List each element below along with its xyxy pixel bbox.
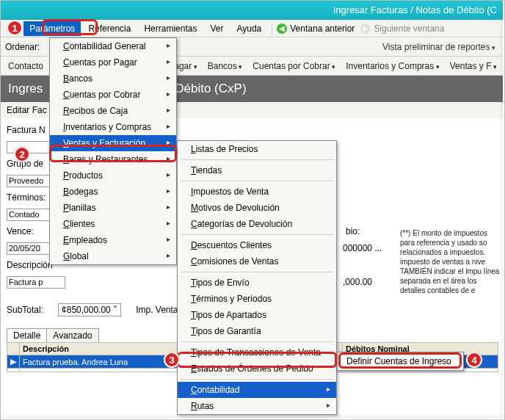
- terminos-label: Términos:: [7, 192, 51, 203]
- callout-1-badge: 1: [7, 20, 23, 36]
- descripcion-input[interactable]: [7, 276, 65, 289]
- submenu-divider: [181, 272, 333, 272]
- num-value: 000000 ...: [343, 243, 382, 253]
- submenu-divider: [181, 341, 333, 342]
- param-menu-item-0[interactable]: Contabilidad General: [50, 38, 176, 54]
- grid-header-selector: [7, 343, 20, 355]
- contacto-label: Contacto: [5, 59, 46, 73]
- param-menu-item-1[interactable]: Cuentas por Pagar: [50, 54, 176, 70]
- row-marker: ▶: [7, 355, 20, 369]
- ventas-submenu-item-7[interactable]: Tipos de Envío: [178, 275, 336, 291]
- parametros-menu: Contabilidad GeneralCuentas por PagarBan…: [49, 37, 177, 265]
- param-menu-item-7[interactable]: Bares y Restaurantes: [50, 151, 176, 167]
- page-header-right: Débito (CxP): [175, 82, 246, 96]
- param-menu-item-6[interactable]: Ventas y Facturación: [50, 135, 176, 151]
- bio-label: bio:: [346, 226, 360, 236]
- ventas-submenu-item-1[interactable]: Tiendas: [178, 162, 336, 178]
- descripcion-label: Descripción: [7, 260, 51, 270]
- app-window: Ingresar Facturas / Notas de Débito (C a…: [0, 0, 505, 420]
- menu-item-ver[interactable]: Ver: [204, 21, 229, 36]
- tab-detalle[interactable]: Detalle: [7, 328, 47, 342]
- title-bar: Ingresar Facturas / Notas de Débito (C: [1, 1, 504, 20]
- ventas-submenu-item-2[interactable]: Impuestos de Venta: [178, 184, 336, 200]
- param-menu-item-13[interactable]: Global: [50, 248, 176, 264]
- param-menu-item-10[interactable]: Planillas: [50, 200, 176, 216]
- param-menu-item-11[interactable]: Clientes: [50, 216, 176, 232]
- ventas-submenu-item-14[interactable]: Rutas: [178, 398, 336, 414]
- info-note: (**) El monto de impuestos para referenc…: [400, 228, 503, 295]
- param-menu-item-2[interactable]: Bancos: [50, 70, 176, 87]
- page-header-left: Ingres: [8, 82, 43, 96]
- ventas-submenu-item-12[interactable]: Estados de Órdenes de Pedido: [178, 361, 336, 377]
- callout-3-badge: 3: [164, 352, 180, 368]
- submenu-divider: [181, 159, 333, 160]
- param-menu-item-4[interactable]: Recibos de Caja: [50, 103, 176, 119]
- definir-cuentas-ingreso-item[interactable]: Definir Cuentas de Ingreso: [339, 354, 462, 369]
- submenu-divider: [181, 234, 333, 235]
- callout-2-badge: 2: [14, 146, 30, 162]
- grupo-label: Grupo de: [7, 159, 51, 169]
- subtotal-label: SubTotal:: [7, 305, 43, 315]
- back-arrow-icon: ◀: [277, 23, 287, 34]
- contabilidad-submenu: Definir Cuentas de Ingreso: [337, 352, 464, 371]
- menu-separator: [272, 23, 272, 35]
- submenu-divider: [181, 379, 333, 380]
- param-menu-item-3[interactable]: Cuentas por Cobrar: [50, 87, 176, 103]
- ventas-submenu-item-9[interactable]: Tipos de Apartados: [178, 307, 336, 323]
- ventas-submenu-item-11[interactable]: Tipos de Transacciones de Venta: [178, 344, 336, 361]
- submenu-divider: [181, 181, 333, 181]
- tb-ventas[interactable]: Ventas y F: [447, 59, 500, 73]
- siguiente-ventana-button[interactable]: ▶ Siguiente ventana: [360, 23, 444, 34]
- amount-value: ,000.00: [343, 277, 372, 287]
- subtotal-value[interactable]: ¢850,000.00 ˅: [58, 303, 121, 316]
- param-menu-item-8[interactable]: Productos: [50, 167, 176, 184]
- callout-4-badge: 4: [466, 352, 482, 368]
- tb-bancos[interactable]: Bancos: [205, 59, 246, 73]
- menu-item-parametros[interactable]: Parámetros: [23, 21, 81, 36]
- tb-cxc[interactable]: Cuentas por Cobrar: [250, 59, 338, 73]
- ventas-submenu-item-5[interactable]: Descuentos Clientes: [178, 237, 336, 253]
- param-menu-item-5[interactable]: Inventarios y Compras: [50, 119, 176, 135]
- ventas-submenu-item-8[interactable]: Términos y Periodos: [178, 291, 336, 307]
- ventas-submenu-item-13[interactable]: Contabilidad: [178, 382, 336, 398]
- menu-item-ayuda[interactable]: Ayuda: [230, 21, 267, 36]
- vista-preliminar-button[interactable]: Vista preliminar de reportes: [378, 40, 500, 54]
- factura-no-label: Factura N: [7, 125, 51, 135]
- ventas-submenu-item-0[interactable]: Listas de Precios: [178, 141, 336, 157]
- ventana-anterior-label: Ventana anterior: [290, 23, 355, 34]
- ventana-anterior-button[interactable]: ◀ Ventana anterior: [277, 23, 355, 34]
- ventas-submenu-item-10[interactable]: Tipos de Garantía: [178, 323, 336, 339]
- menu-item-herramientas[interactable]: Herramientas: [138, 21, 203, 36]
- vence-label: Vence:: [7, 226, 51, 236]
- ventas-submenu-item-6[interactable]: Comisiones de Ventas: [178, 253, 336, 269]
- siguiente-ventana-label: Siguiente ventana: [374, 23, 444, 34]
- forward-arrow-icon: ▶: [360, 23, 371, 34]
- menu-bar: al Parámetros Referencia Herramientas Ve…: [1, 20, 504, 37]
- param-menu-item-9[interactable]: Bodegas: [50, 184, 176, 200]
- tab-avanzado[interactable]: Avanzado: [46, 328, 98, 342]
- ventas-submenu-item-4[interactable]: Categorías de Devolución: [178, 216, 336, 232]
- ordenar-label: Ordenar:: [5, 42, 40, 52]
- ventas-facturacion-submenu: Listas de PreciosTiendasImpuestos de Ven…: [177, 140, 337, 415]
- menu-item-referencia[interactable]: Referencia: [82, 21, 137, 36]
- param-menu-item-12[interactable]: Empleados: [50, 232, 176, 248]
- tb-inventarios[interactable]: Inventarios y Compras: [343, 59, 443, 73]
- ventas-submenu-item-3[interactable]: Motivos de Devolución: [178, 200, 336, 216]
- window-title: Ingresar Facturas / Notas de Débito (C: [333, 1, 497, 20]
